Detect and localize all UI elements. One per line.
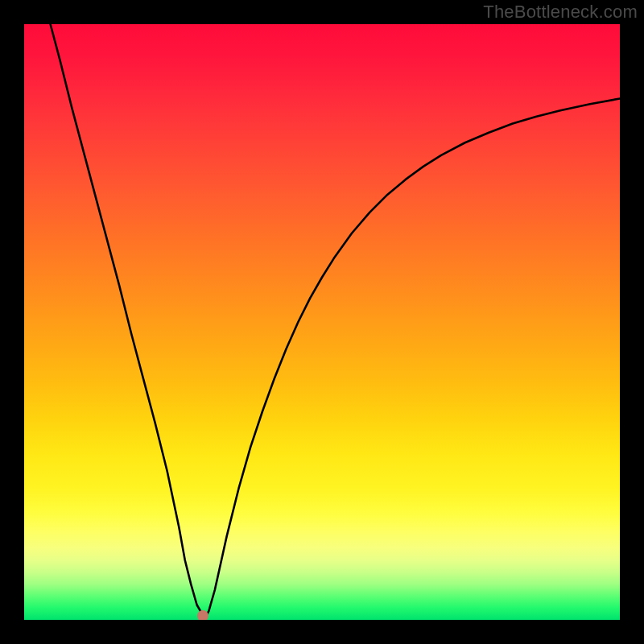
chart-plot-area	[24, 24, 620, 620]
optimal-point-marker	[197, 610, 208, 620]
bottleneck-curve	[51, 24, 620, 617]
watermark-text: TheBottleneck.com	[483, 2, 638, 23]
chart-curve-svg	[24, 24, 620, 620]
